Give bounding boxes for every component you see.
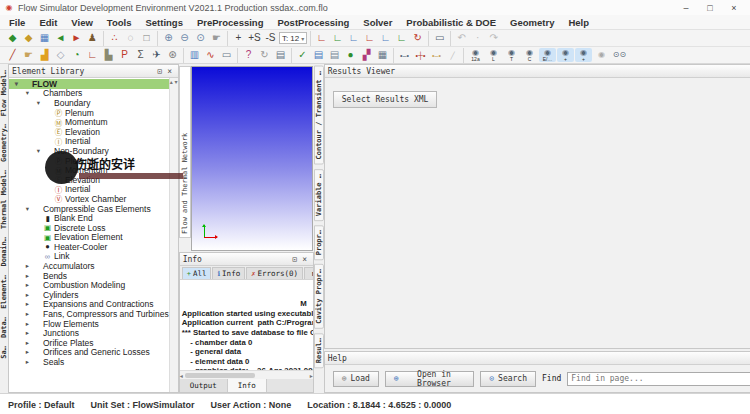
- scroll-up-icon[interactable]: ▴: [170, 79, 173, 85]
- info-tab-info[interactable]: ℹ Info: [212, 267, 245, 279]
- zoom-in-icon[interactable]: ⊕: [161, 31, 176, 45]
- refresh-icon[interactable]: ↻: [257, 48, 272, 62]
- display-12a-toggle[interactable]: ◉12a: [467, 48, 484, 62]
- tree-scrollbar[interactable]: ▴ ▾: [169, 78, 178, 392]
- tree-link[interactable]: ∞ Link: [9, 252, 169, 262]
- link-tool-icon[interactable]: •–•: [397, 48, 412, 62]
- view-rotate-icon[interactable]: ↻: [410, 31, 425, 45]
- machine-icon[interactable]: ▙: [101, 48, 116, 62]
- menu-item[interactable]: Probabilistic & DOE: [399, 17, 503, 28]
- right-vertical-tab[interactable]: Variable …: [314, 169, 324, 221]
- display-c-toggle[interactable]: ◉C: [521, 48, 538, 62]
- chain-tool-icon[interactable]: •–•: [429, 48, 444, 62]
- tree-elevation-element[interactable]: ▣ Elevation Element: [9, 233, 169, 243]
- bar-chart-icon[interactable]: ▟: [37, 48, 52, 62]
- tree-expand-icon[interactable]: ▸: [23, 339, 32, 347]
- help-book-icon[interactable]: ?: [241, 48, 256, 62]
- sum-icon[interactable]: Σ: [133, 48, 148, 62]
- undo-icon[interactable]: ↶: [454, 31, 469, 45]
- tree-elevation-nonboundary[interactable]: Ⓔ Elevation: [9, 175, 169, 185]
- menu-item[interactable]: File: [2, 17, 32, 28]
- tree-inertial-boundary[interactable]: Ⓘ Inertial: [9, 137, 169, 147]
- center-view-icon[interactable]: +: [231, 31, 246, 45]
- info-tab[interactable]: Info: [228, 379, 267, 392]
- tree-bends[interactable]: ▸ Bends: [9, 271, 169, 281]
- plot-curve-icon[interactable]: ∿: [203, 48, 218, 62]
- info-hscrollbar[interactable]: ◂ ▸: [180, 370, 313, 379]
- tree-chambers[interactable]: ▾ Chambers: [9, 89, 169, 99]
- find-input[interactable]: [567, 372, 750, 386]
- tree-expand-icon[interactable]: ▾: [23, 89, 32, 97]
- branch-tool-icon[interactable]: •┼•: [413, 48, 428, 62]
- close-icon[interactable]: ×: [165, 67, 175, 76]
- left-vertical-tab[interactable]: Data…: [0, 317, 8, 338]
- tree-cylinders[interactable]: ▸ Cylinders: [9, 290, 169, 300]
- decrease-symbol-icon[interactable]: -S: [263, 31, 278, 45]
- tree-flow[interactable]: ▾ FLOW: [9, 79, 169, 89]
- tree-heater-cooler[interactable]: ● Heater-Cooler: [9, 242, 169, 252]
- redo-icon[interactable]: ↷: [486, 31, 501, 45]
- draw-line-icon[interactable]: ╱: [5, 48, 20, 62]
- tree-momentum-boundary[interactable]: Ⓜ Momentum: [9, 117, 169, 127]
- minimize-button[interactable]: –: [674, 3, 698, 13]
- table-icon[interactable]: ▦: [375, 48, 390, 62]
- pin-icon[interactable]: ⊡: [290, 255, 300, 264]
- tree-expand-icon[interactable]: ▸: [23, 300, 32, 308]
- scroll-thumb[interactable]: [185, 373, 255, 378]
- tree-non-boundary[interactable]: ▾ Non-Boundary: [9, 146, 169, 156]
- tree-orifice-plates[interactable]: ▸ Orifice Plates: [9, 338, 169, 348]
- tree-expand-icon[interactable]: ▾: [12, 80, 21, 88]
- scroll-down-icon[interactable]: ▾: [175, 79, 178, 85]
- left-vertical-tab[interactable]: Element…: [0, 275, 8, 309]
- tree-vortex-chamber[interactable]: Ⓥ Vortex Chamber: [9, 194, 169, 204]
- tree-inertial-nonboundary[interactable]: Ⓘ Inertial: [9, 185, 169, 195]
- search-button[interactable]: ⊙ Search: [480, 371, 536, 387]
- menu-item[interactable]: PreProcessing: [190, 17, 271, 28]
- tree-expand-icon[interactable]: ▸: [23, 272, 32, 280]
- hand-tool-icon[interactable]: ☛: [21, 48, 36, 62]
- open-in-browser-button[interactable]: ⊕ Open in Browser: [385, 371, 475, 387]
- tree-discrete-loss[interactable]: ▣ Discrete Loss: [9, 223, 169, 233]
- close-icon[interactable]: ×: [300, 255, 310, 264]
- stats-chart-icon[interactable]: ▞: [359, 48, 374, 62]
- open-network-icon[interactable]: ◆: [21, 31, 36, 45]
- left-vertical-tab[interactable]: Domain…: [0, 237, 8, 267]
- tree-expand-icon[interactable]: ▸: [23, 358, 32, 366]
- view-zy-icon[interactable]: ∟: [394, 31, 409, 45]
- menu-item[interactable]: View: [64, 17, 99, 28]
- link-disabled-icon[interactable]: ╱: [445, 48, 460, 62]
- view-xy-icon[interactable]: ∟: [362, 31, 377, 45]
- scroll-right-icon[interactable]: ▸: [310, 372, 313, 379]
- tree-plenum-nonboundary[interactable]: Ⓟ Plenum: [9, 156, 169, 166]
- new-network-icon[interactable]: ◆: [5, 31, 20, 45]
- tree-expand-icon[interactable]: ▾: [34, 147, 43, 155]
- tree-seals[interactable]: ▸ Seals: [9, 357, 169, 367]
- right-vertical-tab[interactable]: Cavity Propr…: [314, 264, 324, 329]
- right-vertical-tab[interactable]: Resul…: [314, 333, 324, 368]
- import-network-icon[interactable]: ◄: [53, 31, 68, 45]
- validate-icon[interactable]: ✓: [295, 48, 310, 62]
- tree-expansions[interactable]: ▸ Expansions and Contractions: [9, 300, 169, 310]
- info-tab-truncated[interactable]: rch…: [304, 267, 313, 279]
- tree-accumulators[interactable]: ▸ Accumulators: [9, 261, 169, 271]
- maximize-button[interactable]: □: [698, 3, 722, 13]
- tree-expand-icon[interactable]: ▸: [23, 291, 32, 299]
- left-vertical-tab[interactable]: Flow Model…: [0, 70, 8, 116]
- menu-item[interactable]: PostProcessing: [270, 17, 356, 28]
- view-zx-icon[interactable]: ∟: [378, 31, 393, 45]
- screen-capture-icon[interactable]: ▭: [432, 31, 447, 45]
- airplane-icon[interactable]: ✈: [149, 48, 164, 62]
- display-t-toggle[interactable]: ◉T: [503, 48, 520, 62]
- run-icon[interactable]: ●: [343, 48, 358, 62]
- menu-item[interactable]: Help: [561, 17, 596, 28]
- notes-icon[interactable]: ▤: [311, 48, 326, 62]
- zoom-window-icon[interactable]: ⊙: [193, 31, 208, 45]
- measure-icon[interactable]: ∟: [85, 48, 100, 62]
- display-l-toggle[interactable]: ◉L: [485, 48, 502, 62]
- results-chart-icon[interactable]: ▥: [187, 48, 202, 62]
- tree-expand-icon[interactable]: ▸: [23, 310, 32, 318]
- pie-chart-icon[interactable]: ◔: [69, 48, 84, 62]
- zoom-out-icon[interactable]: ⊖: [177, 31, 192, 45]
- tree-momentum-nonboundary[interactable]: Ⓜ Momentum: [9, 165, 169, 175]
- select-nodes-icon[interactable]: ∴: [107, 31, 122, 45]
